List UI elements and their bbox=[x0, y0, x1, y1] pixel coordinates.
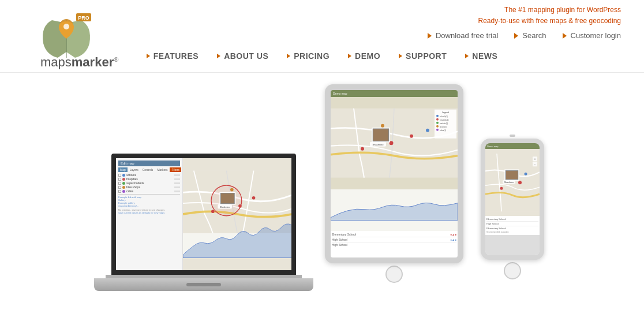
svg-text:PRO: PRO bbox=[78, 15, 89, 21]
svg-text:markets(5): markets(5) bbox=[440, 122, 448, 125]
tablet-list-item1: Elementary School ●▲● bbox=[332, 232, 456, 237]
nav-arrow-demo bbox=[348, 54, 351, 58]
play-arrow-icon bbox=[428, 33, 432, 39]
tablet-list-item2: High School ●▲● bbox=[332, 237, 456, 242]
tablet-top-bar: Demo map bbox=[331, 90, 458, 97]
svg-text:mapsmarker®: mapsmarker® bbox=[40, 55, 118, 69]
nav-pricing[interactable]: PRICING bbox=[280, 49, 336, 63]
link-default[interactable]: save current values as defaults for new … bbox=[118, 211, 180, 214]
filter-schools: schools bbox=[126, 173, 136, 177]
tab-controls[interactable]: Controls bbox=[141, 167, 155, 172]
tagline-line1: The #1 mapping plugin for WordPress bbox=[478, 5, 621, 16]
filter-hospitals: hospitals bbox=[126, 177, 138, 181]
svg-point-9 bbox=[238, 204, 242, 208]
nav-arrow-news bbox=[465, 54, 469, 58]
svg-point-33 bbox=[436, 118, 439, 121]
svg-text:Shashnino: Shashnino bbox=[373, 143, 384, 146]
svg-text:-: - bbox=[534, 162, 536, 166]
tablet-list-item3: High School bbox=[332, 242, 456, 247]
play-arrow-icon-2 bbox=[514, 33, 518, 39]
svg-text:hospitals(1): hospitals(1) bbox=[440, 119, 449, 121]
search-link[interactable]: Search bbox=[514, 31, 546, 40]
tablet-home-button[interactable] bbox=[385, 266, 403, 283]
tablet-chart bbox=[331, 189, 458, 232]
svg-text:schools(2): schools(2) bbox=[440, 115, 448, 118]
svg-text:Shashnino: Shashnino bbox=[504, 181, 514, 184]
svg-point-35 bbox=[436, 122, 439, 124]
laptop-mockup: Edit map Map Layers Controls Markers Fil… bbox=[94, 154, 313, 291]
nav-about[interactable]: ABOUT US bbox=[210, 49, 275, 63]
link-marker[interactable]: mapsmarker.blog/... bbox=[118, 204, 180, 207]
svg-point-11 bbox=[230, 188, 234, 192]
tablet-screen: Demo map bbox=[325, 84, 463, 263]
nav-arrow-features bbox=[147, 54, 150, 58]
svg-text:+: + bbox=[534, 157, 536, 160]
svg-rect-48 bbox=[506, 171, 518, 179]
tab-map[interactable]: Map bbox=[118, 167, 128, 172]
phone-top-bar: Demo map bbox=[485, 143, 540, 149]
svg-text:shops(3): shops(3) bbox=[440, 126, 447, 128]
laptop-base bbox=[94, 278, 313, 291]
filter-shops: bike shops bbox=[126, 185, 140, 189]
tablet-title: Demo map bbox=[333, 92, 347, 95]
logo[interactable]: PRO mapsmarker® bbox=[23, 6, 133, 69]
laptop-map: Shashnino bbox=[183, 158, 291, 270]
svg-point-37 bbox=[436, 125, 439, 128]
filter-supermarkets: supermarkets bbox=[126, 181, 144, 185]
svg-point-44 bbox=[518, 181, 522, 184]
svg-text:cafes(1): cafes(1) bbox=[440, 129, 446, 132]
sidebar-header: Edit map bbox=[118, 160, 180, 166]
phone-display: Demo map bbox=[485, 143, 540, 255]
hero-section: Edit map Map Layers Controls Markers Fil… bbox=[0, 73, 644, 291]
tab-filters[interactable]: Filters bbox=[170, 167, 181, 172]
svg-text:Shashnino: Shashnino bbox=[219, 206, 230, 208]
phone-map: Shashnino + - bbox=[485, 149, 540, 216]
phone-home-button[interactable] bbox=[504, 262, 521, 279]
nav-support[interactable]: SUPPORT bbox=[392, 49, 454, 63]
svg-point-39 bbox=[436, 129, 439, 131]
tablet-mockup: Demo map bbox=[319, 84, 469, 285]
filter-cafes: cafes bbox=[126, 189, 133, 193]
tab-layers[interactable]: Layers bbox=[128, 167, 140, 172]
phone-list-item4: Secondary/middle as caption bbox=[486, 230, 538, 234]
tablet-display: Demo map bbox=[331, 90, 458, 257]
phone-screen-outer: Demo map bbox=[481, 139, 544, 260]
download-link[interactable]: Download free trial bbox=[428, 31, 498, 40]
svg-point-22 bbox=[381, 124, 384, 128]
nav-arrow-about bbox=[217, 54, 220, 58]
phone-list-item1: Elementary School bbox=[486, 217, 538, 222]
tagline-line2: Ready-to-use with free maps & free geoco… bbox=[478, 16, 621, 27]
svg-point-2 bbox=[63, 24, 69, 29]
top-right-area: The #1 mapping plugin for WordPress Read… bbox=[478, 5, 621, 27]
sidebar-links: Example link with map Gallery Example ga… bbox=[118, 196, 180, 207]
laptop-screen: Edit map Map Layers Controls Markers Fil… bbox=[111, 154, 296, 275]
tab-markers[interactable]: Markers bbox=[155, 167, 169, 172]
svg-rect-14 bbox=[220, 193, 234, 203]
phone-list: Elementary School High School Elementary… bbox=[485, 216, 540, 235]
svg-point-12 bbox=[252, 196, 255, 200]
nav-news[interactable]: NEWS bbox=[458, 49, 504, 63]
phone-title: Demo map bbox=[487, 145, 499, 148]
svg-point-31 bbox=[436, 115, 439, 117]
play-arrow-icon-3 bbox=[563, 33, 567, 39]
phone-list-item2: High School bbox=[486, 222, 538, 226]
phone-speaker bbox=[510, 135, 515, 137]
svg-point-45 bbox=[500, 187, 503, 190]
svg-point-46 bbox=[525, 173, 527, 176]
phone-list-item3: Elementary School bbox=[486, 226, 538, 230]
svg-rect-26 bbox=[373, 129, 388, 141]
svg-text:Legend: Legend bbox=[442, 111, 449, 114]
phone-mockup: Demo map bbox=[475, 135, 550, 279]
svg-point-23 bbox=[410, 135, 413, 138]
login-link[interactable]: Customer login bbox=[563, 31, 621, 40]
nav-demo[interactable]: DEMO bbox=[341, 49, 387, 63]
laptop-sidebar: Edit map Map Layers Controls Markers Fil… bbox=[116, 158, 183, 270]
svg-point-10 bbox=[211, 210, 215, 213]
nav-arrow-pricing bbox=[287, 54, 290, 58]
nav-arrow-support bbox=[399, 54, 402, 58]
nav-features[interactable]: FEATURES bbox=[140, 49, 205, 63]
svg-point-21 bbox=[361, 147, 364, 151]
svg-point-24 bbox=[426, 129, 429, 132]
tablet-map: Shashnino Legend schools(2) hospitals(1)… bbox=[331, 97, 458, 189]
tablet-list: Elementary School ●▲● High School ●▲● Hi… bbox=[331, 231, 458, 257]
